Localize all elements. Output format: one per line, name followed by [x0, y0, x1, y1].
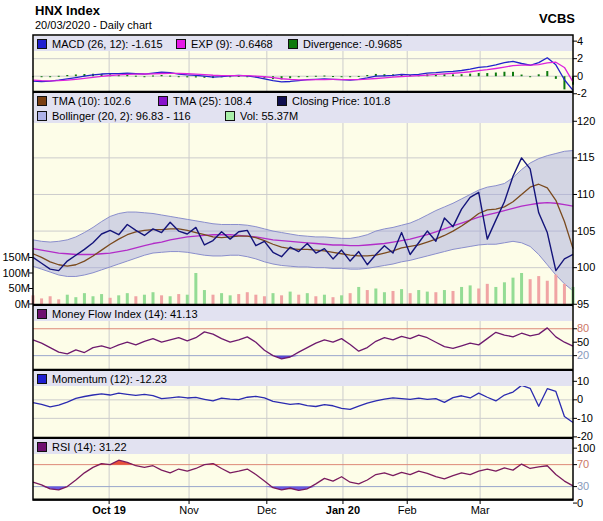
y-tick-label: -2 — [577, 88, 587, 99]
legend-label: TMA (10): 102.6 — [52, 95, 131, 107]
volume-bar — [529, 279, 532, 304]
volume-bar — [237, 294, 240, 304]
divergence-bar — [315, 76, 317, 77]
volume-bar — [503, 282, 506, 304]
volume-bar — [83, 293, 86, 304]
volume-bar — [392, 291, 395, 304]
volume-bar — [254, 295, 257, 304]
divergence-bar — [555, 76, 557, 79]
divergence-bar — [306, 76, 308, 77]
divergence-bar — [169, 76, 171, 77]
divergence-bar — [341, 76, 343, 77]
volume-bar — [477, 289, 480, 305]
volume-bar — [383, 292, 386, 304]
legend-strip-momentum: Momentum (12): -12.23 — [34, 371, 572, 386]
legend-swatch — [176, 39, 186, 49]
y-tick-label: 105 — [577, 226, 595, 237]
volume-tick-label: 100M — [2, 268, 30, 279]
legend-label: EXP (9): -0.6468 — [191, 38, 273, 50]
divergence-bar — [495, 73, 497, 77]
legend-label: MACD (26, 12): -1.615 — [52, 38, 163, 50]
volume-bar — [66, 295, 69, 304]
volume-bar — [563, 284, 566, 304]
legend-item-price-0: TMA (10): 102.6 — [37, 94, 131, 108]
volume-bar — [160, 295, 163, 304]
legend-label: Vol: 55.37M — [240, 110, 298, 122]
x-axis-label: Dec — [257, 504, 277, 516]
legend-swatch — [37, 442, 47, 452]
y-tick-label: 0 — [577, 498, 583, 509]
legend-swatch — [37, 374, 47, 384]
y-tick-label: 20 — [577, 350, 589, 361]
volume-bar — [434, 292, 437, 304]
volume-bar — [152, 292, 155, 304]
volume-bar — [143, 295, 146, 304]
volume-bar — [49, 296, 52, 304]
volume-bar — [546, 281, 549, 304]
volume-bar — [374, 289, 377, 305]
volume-bar — [520, 273, 523, 304]
volume-bar — [177, 294, 180, 304]
volume-tick-label: 0M — [15, 299, 30, 310]
divergence-bar — [135, 76, 137, 77]
legend-swatch — [37, 96, 47, 106]
divergence-bar — [186, 76, 188, 77]
volume-bar — [57, 299, 60, 304]
legend-item-macd-0: MACD (26, 12): -1.615 — [37, 37, 163, 51]
divergence-bar — [469, 74, 471, 77]
volume-bar — [452, 291, 455, 304]
volume-bar — [417, 290, 420, 304]
divergence-bar — [195, 76, 197, 77]
x-axis-label: Jan 20 — [326, 504, 360, 516]
legend-label: Closing Price: 101.8 — [292, 95, 390, 107]
volume-bar — [246, 292, 249, 304]
volume-bar — [323, 295, 326, 304]
divergence-bar — [358, 76, 360, 77]
divergence-bar — [452, 74, 454, 76]
volume-bar — [443, 290, 446, 304]
divergence-bar — [503, 72, 505, 76]
x-axis-label: Oct 19 — [92, 504, 126, 516]
divergence-bar — [486, 73, 488, 76]
divergence-bar — [75, 74, 77, 76]
volume-bar — [169, 296, 172, 304]
x-axis-label: Nov — [179, 504, 199, 516]
divergence-bar — [41, 76, 43, 77]
volume-bar — [469, 285, 472, 304]
divergence-bar — [478, 73, 480, 76]
divergence-bar — [512, 72, 514, 76]
legend-item-momentum-0: Momentum (12): -12.23 — [37, 372, 167, 386]
volume-bar — [74, 297, 77, 304]
chart-window: HNX Index 20/03/2020 - Daily chart VCBS … — [0, 0, 603, 521]
volume-bar — [486, 284, 489, 304]
legend-label: Divergence: -0.9685 — [303, 38, 402, 50]
volume-bar — [203, 290, 206, 304]
volume-bar — [117, 295, 120, 304]
legend-item-price-1: TMA (25): 108.4 — [158, 94, 252, 108]
y-tick-label: 70 — [577, 459, 589, 470]
divergence-bar — [289, 76, 291, 78]
divergence-bar — [538, 74, 540, 76]
legend-swatch — [37, 111, 47, 121]
legend-strip-mfi: Money Flow Index (14): 41.13 — [34, 306, 572, 321]
volume-bar — [426, 292, 429, 304]
divergence-bar — [332, 76, 334, 77]
legend-item-macd-1: EXP (9): -0.6468 — [176, 37, 273, 51]
volume-bar — [212, 295, 215, 304]
legend-label: Money Flow Index (14): 41.13 — [52, 308, 198, 320]
volume-tick-label: 150M — [2, 252, 30, 263]
divergence-bar — [152, 76, 154, 77]
volume-bar — [109, 298, 112, 304]
volume-bar — [297, 295, 300, 304]
y-tick-label: -10 — [577, 413, 593, 424]
legend-label: RSI (14): 31.22 — [52, 441, 127, 453]
legend-item-macd-2: Divergence: -0.9685 — [288, 37, 402, 51]
volume-bar — [494, 287, 497, 304]
volume-bar — [40, 298, 43, 304]
y-tick-label: 110 — [577, 189, 595, 200]
legend-label: TMA (25): 108.4 — [173, 95, 252, 107]
legend-swatch — [288, 39, 298, 49]
volume-bar — [306, 293, 309, 304]
volume-bar — [512, 278, 515, 304]
volume-bar — [263, 296, 266, 304]
